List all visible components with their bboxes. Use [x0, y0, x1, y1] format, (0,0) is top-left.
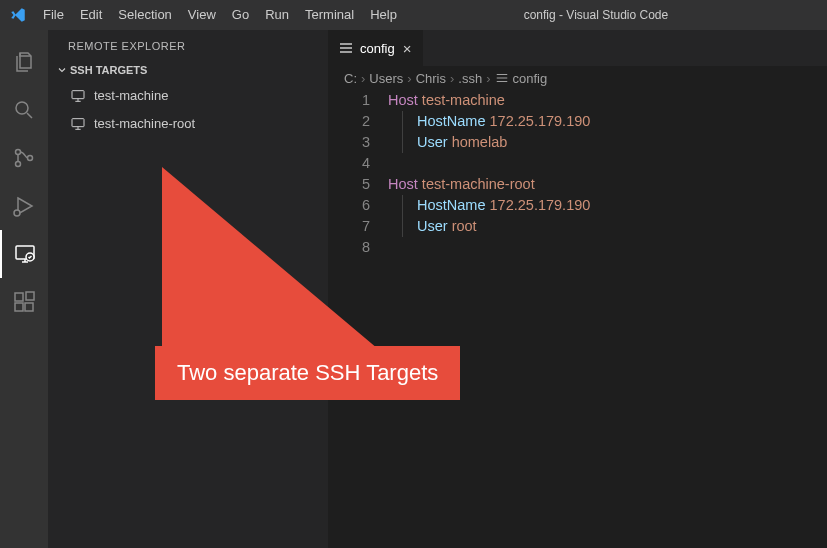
svg-rect-11 [72, 91, 84, 99]
callout-label: Two separate SSH Targets [155, 346, 460, 400]
vscode-logo [0, 6, 35, 24]
chevron-down-icon [56, 64, 68, 76]
search-icon[interactable] [0, 86, 48, 134]
svg-point-2 [16, 162, 21, 167]
ssh-targets-tree: test-machine test-machine-root [48, 80, 328, 138]
menu-edit[interactable]: Edit [72, 0, 110, 30]
ssh-target-item[interactable]: test-machine-root [48, 110, 328, 138]
svg-rect-8 [15, 303, 23, 311]
breadcrumb-part[interactable]: Chris [416, 71, 446, 86]
menu-run[interactable]: Run [257, 0, 297, 30]
svg-rect-7 [15, 293, 23, 301]
sidebar-title: REMOTE EXPLORER [48, 30, 328, 60]
menu-go[interactable]: Go [224, 0, 257, 30]
svg-rect-12 [72, 119, 84, 127]
close-tab-icon[interactable]: × [401, 38, 414, 59]
remote-explorer-icon[interactable] [0, 230, 48, 278]
tab-label: config [360, 41, 395, 56]
breadcrumb-part[interactable]: Users [369, 71, 403, 86]
ssh-target-label: test-machine-root [94, 113, 195, 135]
menu-help[interactable]: Help [362, 0, 405, 30]
code-editor[interactable]: 12345678 Host test-machineHostName 172.2… [328, 90, 827, 258]
svg-rect-9 [25, 303, 33, 311]
sidebar: REMOTE EXPLORER SSH TARGETS test-machine… [48, 30, 328, 548]
breadcrumb-part[interactable]: config [513, 71, 548, 86]
svg-point-1 [16, 150, 21, 155]
menu-terminal[interactable]: Terminal [297, 0, 362, 30]
ssh-target-item[interactable]: test-machine [48, 82, 328, 110]
titlebar: File Edit Selection View Go Run Terminal… [0, 0, 827, 30]
file-settings-icon [338, 40, 354, 56]
monitor-icon [70, 116, 86, 132]
menu-selection[interactable]: Selection [110, 0, 179, 30]
editor-group: config × C:› Users› Chris› .ssh› config … [328, 30, 827, 548]
window-title: config - Visual Studio Code [405, 8, 787, 22]
explorer-icon[interactable] [0, 38, 48, 86]
svg-point-4 [14, 210, 20, 216]
code-lines[interactable]: Host test-machineHostName 172.25.179.190… [388, 90, 827, 258]
line-numbers: 12345678 [328, 90, 388, 258]
section-label: SSH TARGETS [70, 64, 147, 76]
menubar: File Edit Selection View Go Run Terminal… [35, 0, 405, 30]
run-debug-icon[interactable] [0, 182, 48, 230]
breadcrumb-part[interactable]: C: [344, 71, 357, 86]
source-control-icon[interactable] [0, 134, 48, 182]
editor-tab-config[interactable]: config × [328, 30, 423, 66]
menu-file[interactable]: File [35, 0, 72, 30]
ssh-target-label: test-machine [94, 85, 168, 107]
file-settings-icon [495, 71, 509, 85]
menu-view[interactable]: View [180, 0, 224, 30]
breadcrumbs[interactable]: C:› Users› Chris› .ssh› config [328, 66, 827, 90]
editor-tabs: config × [328, 30, 827, 66]
activity-bar [0, 30, 48, 548]
ssh-targets-section[interactable]: SSH TARGETS [48, 60, 328, 80]
extensions-icon[interactable] [0, 278, 48, 326]
svg-point-0 [16, 102, 28, 114]
svg-rect-10 [26, 292, 34, 300]
monitor-icon [70, 88, 86, 104]
breadcrumb-part[interactable]: .ssh [458, 71, 482, 86]
svg-point-3 [28, 156, 33, 161]
